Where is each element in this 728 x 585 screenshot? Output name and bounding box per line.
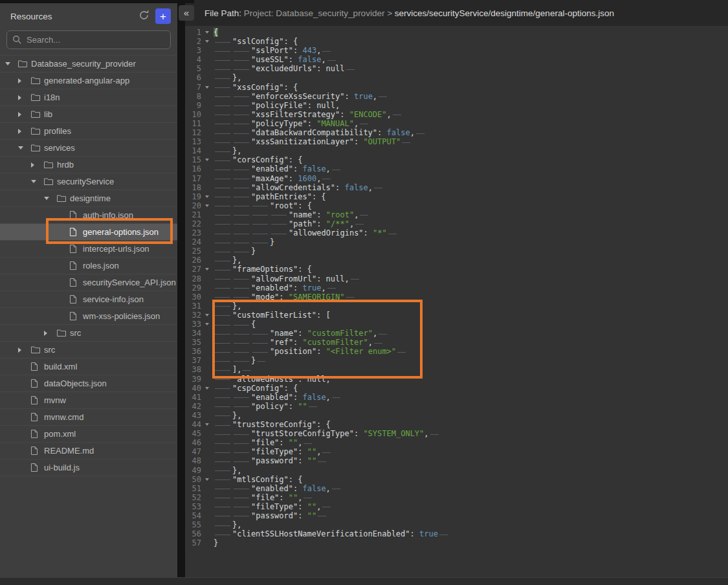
fold-arrow-icon[interactable] bbox=[201, 31, 210, 34]
tree-expand-arrow-icon[interactable] bbox=[31, 180, 44, 183]
code-editor[interactable]: 1 { 2 "sslConfig": { 3 "sslPort": 443, 4… bbox=[185, 26, 728, 578]
code-line[interactable]: 53 "fileType": "", bbox=[185, 502, 728, 511]
tree-item-auth-info.json[interactable]: auth-info.json bbox=[0, 207, 177, 224]
code-line[interactable]: 30 "mode": "SAMEORIGIN" bbox=[185, 292, 728, 302]
tree-item-Database_security_provider[interactable]: Database_security_provider bbox=[0, 56, 177, 72]
tree-expand-arrow-icon[interactable] bbox=[18, 348, 31, 353]
fold-arrow-icon[interactable] bbox=[201, 314, 210, 316]
tree-item-hrdb[interactable]: hrdb bbox=[0, 157, 177, 173]
code-line[interactable]: 48 "password": "" bbox=[185, 456, 728, 465]
code-line[interactable]: 1 { bbox=[185, 28, 728, 37]
tree-item-ui-build.js[interactable]: ui-build.js bbox=[0, 459, 177, 476]
tree-expand-arrow-icon[interactable] bbox=[44, 197, 57, 200]
code-line[interactable]: 5 "excludedUrls": null bbox=[185, 64, 728, 73]
code-line[interactable]: 41 "enabled": false, bbox=[185, 393, 728, 402]
tree-item-src[interactable]: src bbox=[0, 342, 177, 359]
tree-item-designtime[interactable]: designtime bbox=[0, 190, 177, 207]
code-line[interactable]: 6 }, bbox=[185, 73, 728, 82]
code-line[interactable]: 47 "fileType": "", bbox=[185, 447, 728, 456]
code-line[interactable]: 23 "allowedOrigins": "*" bbox=[185, 228, 728, 237]
code-line[interactable]: 39 "allowedHosts": null, bbox=[185, 375, 728, 384]
code-line[interactable]: 26 }, bbox=[185, 256, 728, 265]
code-line[interactable]: 4 "useSSL": false, bbox=[185, 55, 728, 64]
search-input[interactable] bbox=[6, 30, 171, 49]
code-line[interactable]: 10 "xssFilterStrategy": "ENCODE", bbox=[185, 110, 728, 119]
code-line[interactable]: 24 } bbox=[185, 237, 728, 247]
code-line[interactable]: 28 "allowFromUrl": null, bbox=[185, 274, 728, 283]
code-line[interactable]: 14 }, bbox=[185, 146, 728, 155]
code-line[interactable]: 32 "customFilterList": [ bbox=[185, 311, 728, 320]
tree-item-build.xml[interactable]: build.xml bbox=[0, 359, 177, 375]
fold-arrow-icon[interactable] bbox=[201, 323, 210, 326]
tree-item-generated-angular-app[interactable]: generated-angular-app bbox=[0, 72, 177, 89]
tree-item-services[interactable]: services bbox=[0, 140, 177, 157]
code-line[interactable]: 54 "password": "" bbox=[185, 511, 728, 520]
fold-arrow-icon[interactable] bbox=[201, 195, 210, 198]
fold-arrow-icon[interactable] bbox=[201, 40, 210, 43]
code-line[interactable]: 51 "enabled": false, bbox=[185, 484, 728, 493]
code-line[interactable]: 35 "ref": "customFilter", bbox=[185, 338, 728, 347]
tree-item-mvnw.cmd[interactable]: mvnw.cmd bbox=[0, 409, 177, 426]
tree-item-profiles[interactable]: profiles bbox=[0, 123, 177, 140]
fold-arrow-icon[interactable] bbox=[201, 423, 210, 426]
tree-item-intercept-urls.json[interactable]: intercept-urls.json bbox=[0, 241, 177, 258]
code-line[interactable]: 44 "trustStoreConfig": { bbox=[185, 420, 728, 429]
code-line[interactable]: 16 "enabled": false, bbox=[185, 164, 728, 173]
add-resource-button[interactable]: + bbox=[155, 8, 171, 24]
code-line[interactable]: 19 "pathEntries": { bbox=[185, 192, 728, 201]
code-line[interactable]: 20 "root": { bbox=[185, 201, 728, 210]
code-line[interactable]: 9 "policyFile": null, bbox=[185, 101, 728, 110]
tree-item-dataObjects.json[interactable]: dataObjects.json bbox=[0, 375, 177, 392]
tree-item-wm-xss-policies.json[interactable]: wm-xss-policies.json bbox=[0, 308, 177, 325]
tree-expand-arrow-icon[interactable] bbox=[18, 95, 31, 100]
code-line[interactable]: 27 "frameOptions": { bbox=[185, 265, 728, 274]
code-line[interactable]: 22 "path": "/**", bbox=[185, 219, 728, 228]
code-line[interactable]: 17 "maxAge": 1600, bbox=[185, 174, 728, 183]
fold-arrow-icon[interactable] bbox=[201, 204, 210, 207]
tree-item-lib[interactable]: lib bbox=[0, 106, 177, 123]
code-line[interactable]: 40 "cspConfig": { bbox=[185, 384, 728, 393]
code-line[interactable]: 45 "trustStoreConfigType": "SYSTEM_ONLY"… bbox=[185, 429, 728, 438]
tree-expand-arrow-icon[interactable] bbox=[18, 146, 31, 149]
code-line[interactable]: 8 "enforceXssSecurity": true, bbox=[185, 92, 728, 101]
tree-expand-arrow-icon[interactable] bbox=[18, 112, 31, 117]
collapse-panel-button[interactable]: « bbox=[179, 5, 194, 21]
tree-item-README.md[interactable]: README.md bbox=[0, 443, 177, 459]
tree-item-pom.xml[interactable]: pom.xml bbox=[0, 426, 177, 443]
tree-expand-arrow-icon[interactable] bbox=[18, 129, 31, 134]
code-line[interactable]: 12 "dataBackwardCompatibility": false, bbox=[185, 128, 728, 137]
code-line[interactable]: 36 "position": "<Filter enum>" bbox=[185, 347, 728, 356]
code-line[interactable]: 25 } bbox=[185, 247, 728, 256]
code-line[interactable]: 33 { bbox=[185, 320, 728, 329]
tree-item-roles.json[interactable]: roles.json bbox=[0, 258, 177, 274]
fold-arrow-icon[interactable] bbox=[201, 159, 210, 161]
code-line[interactable]: 29 "enabled": true, bbox=[185, 283, 728, 292]
code-line[interactable]: 7 "xssConfig": { bbox=[185, 83, 728, 92]
bottom-scrollbar-track[interactable] bbox=[0, 577, 728, 585]
fold-arrow-icon[interactable] bbox=[201, 478, 210, 481]
code-line[interactable]: 38 ], bbox=[185, 365, 728, 374]
tree-expand-arrow-icon[interactable] bbox=[31, 162, 44, 168]
code-line[interactable]: 2 "sslConfig": { bbox=[185, 37, 728, 46]
code-line[interactable]: 31 }, bbox=[185, 302, 728, 311]
refresh-button[interactable] bbox=[136, 8, 151, 24]
code-line[interactable]: 11 "policyType": "MANUAL", bbox=[185, 119, 728, 128]
code-line[interactable]: 18 "allowCredentials": false, bbox=[185, 183, 728, 192]
tree-item-service-info.json[interactable]: service-info.json bbox=[0, 291, 177, 308]
tree-item-src[interactable]: src bbox=[0, 325, 177, 342]
code-line[interactable]: 21 "name": "root", bbox=[185, 210, 728, 219]
fold-arrow-icon[interactable] bbox=[201, 268, 210, 270]
tree-expand-arrow-icon[interactable] bbox=[44, 331, 57, 336]
tree-item-securityService_API.json[interactable]: securityService_API.json bbox=[0, 274, 177, 291]
code-line[interactable]: 52 "file": "", bbox=[185, 493, 728, 502]
fold-arrow-icon[interactable] bbox=[201, 387, 210, 390]
code-line[interactable]: 46 "file": "", bbox=[185, 438, 728, 447]
code-line[interactable]: 55 }, bbox=[185, 520, 728, 529]
code-line[interactable]: 56 "clientSSLHostNameVerificationEnabled… bbox=[185, 529, 728, 538]
code-line[interactable]: 34 "name": "customFilter", bbox=[185, 329, 728, 338]
tree-item-general-options.json[interactable]: general-options.json bbox=[0, 224, 177, 241]
tree-item-i18n[interactable]: i18n bbox=[0, 89, 177, 106]
tree-expand-arrow-icon[interactable] bbox=[18, 78, 31, 83]
tree-item-mvnw[interactable]: mvnw bbox=[0, 392, 177, 409]
tree-item-securityService[interactable]: securityService bbox=[0, 173, 177, 190]
